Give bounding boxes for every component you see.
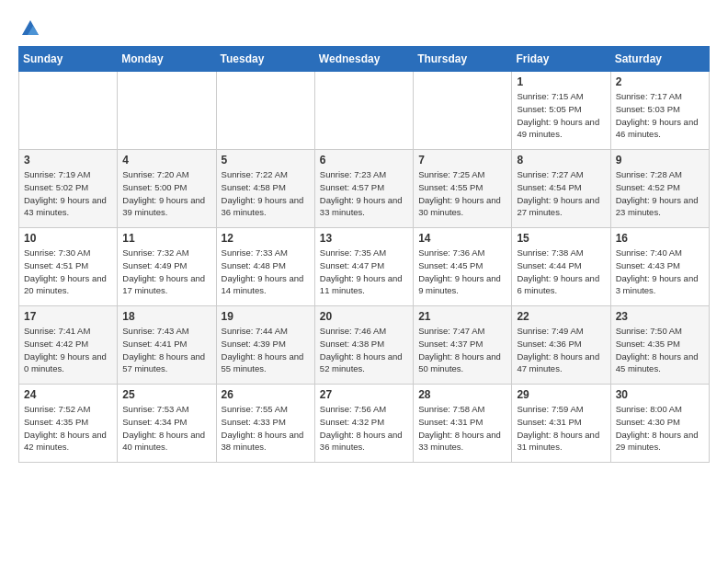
calendar-cell: 20Sunrise: 7:46 AM Sunset: 4:38 PM Dayli… <box>314 306 413 385</box>
calendar-cell <box>118 72 216 150</box>
calendar-cell: 9Sunrise: 7:28 AM Sunset: 4:52 PM Daylig… <box>610 150 709 228</box>
calendar-cell: 3Sunrise: 7:19 AM Sunset: 5:02 PM Daylig… <box>19 150 118 228</box>
day-info: Sunrise: 8:00 AM Sunset: 4:30 PM Dayligh… <box>616 403 704 454</box>
page: SundayMondayTuesdayWednesdayThursdayFrid… <box>0 0 728 472</box>
day-info: Sunrise: 7:47 AM Sunset: 4:37 PM Dayligh… <box>418 325 506 375</box>
calendar-cell: 6Sunrise: 7:23 AM Sunset: 4:57 PM Daylig… <box>314 150 413 228</box>
day-number: 16 <box>616 232 704 245</box>
calendar-cell <box>19 72 118 150</box>
logo <box>18 18 40 39</box>
day-number: 7 <box>418 154 506 167</box>
calendar-cell: 23Sunrise: 7:50 AM Sunset: 4:35 PM Dayli… <box>610 306 709 385</box>
day-number: 4 <box>122 154 210 167</box>
calendar-cell: 19Sunrise: 7:44 AM Sunset: 4:39 PM Dayli… <box>216 306 314 385</box>
day-info: Sunrise: 7:35 AM Sunset: 4:47 PM Dayligh… <box>320 247 408 297</box>
calendar-cell: 2Sunrise: 7:17 AM Sunset: 5:03 PM Daylig… <box>610 72 709 150</box>
week-row-2: 10Sunrise: 7:30 AM Sunset: 4:51 PM Dayli… <box>19 228 710 306</box>
calendar-cell: 4Sunrise: 7:20 AM Sunset: 5:00 PM Daylig… <box>118 150 216 228</box>
calendar-cell: 12Sunrise: 7:33 AM Sunset: 4:48 PM Dayli… <box>216 228 314 306</box>
weekday-header-thursday: Thursday <box>414 47 512 72</box>
day-number: 3 <box>24 154 112 167</box>
day-number: 25 <box>122 388 210 401</box>
day-number: 20 <box>320 310 408 323</box>
weekday-header-monday: Monday <box>118 47 216 72</box>
day-number: 2 <box>616 75 704 88</box>
week-row-0: 1Sunrise: 7:15 AM Sunset: 5:05 PM Daylig… <box>19 72 710 150</box>
day-info: Sunrise: 7:17 AM Sunset: 5:03 PM Dayligh… <box>616 90 704 141</box>
calendar-table: SundayMondayTuesdayWednesdayThursdayFrid… <box>18 46 710 463</box>
calendar-cell: 7Sunrise: 7:25 AM Sunset: 4:55 PM Daylig… <box>414 150 512 228</box>
day-info: Sunrise: 7:27 AM Sunset: 4:54 PM Dayligh… <box>517 168 605 219</box>
day-number: 11 <box>122 232 210 245</box>
day-info: Sunrise: 7:22 AM Sunset: 4:58 PM Dayligh… <box>222 168 310 219</box>
calendar-cell <box>414 72 512 150</box>
day-info: Sunrise: 7:41 AM Sunset: 4:42 PM Dayligh… <box>24 325 112 375</box>
header <box>18 18 710 39</box>
day-number: 8 <box>517 154 605 167</box>
day-number: 15 <box>517 232 605 245</box>
day-info: Sunrise: 7:43 AM Sunset: 4:41 PM Dayligh… <box>122 325 210 375</box>
calendar-cell: 28Sunrise: 7:58 AM Sunset: 4:31 PM Dayli… <box>414 385 512 463</box>
day-info: Sunrise: 7:19 AM Sunset: 5:02 PM Dayligh… <box>24 168 112 219</box>
calendar-cell: 25Sunrise: 7:53 AM Sunset: 4:34 PM Dayli… <box>118 385 216 463</box>
week-row-1: 3Sunrise: 7:19 AM Sunset: 5:02 PM Daylig… <box>19 150 710 228</box>
calendar-cell: 27Sunrise: 7:56 AM Sunset: 4:32 PM Dayli… <box>314 385 413 463</box>
calendar-cell: 1Sunrise: 7:15 AM Sunset: 5:05 PM Daylig… <box>512 72 610 150</box>
calendar-cell <box>216 72 314 150</box>
day-info: Sunrise: 7:40 AM Sunset: 4:43 PM Dayligh… <box>616 247 704 297</box>
calendar-cell: 24Sunrise: 7:52 AM Sunset: 4:35 PM Dayli… <box>19 385 118 463</box>
day-number: 5 <box>222 154 310 167</box>
day-info: Sunrise: 7:59 AM Sunset: 4:31 PM Dayligh… <box>517 403 605 454</box>
weekday-header-friday: Friday <box>512 47 610 72</box>
day-info: Sunrise: 7:44 AM Sunset: 4:39 PM Dayligh… <box>222 325 310 375</box>
day-info: Sunrise: 7:36 AM Sunset: 4:45 PM Dayligh… <box>418 247 506 297</box>
weekday-header-saturday: Saturday <box>610 47 709 72</box>
day-number: 28 <box>418 388 506 401</box>
weekday-header-row: SundayMondayTuesdayWednesdayThursdayFrid… <box>19 47 710 72</box>
calendar-cell: 15Sunrise: 7:38 AM Sunset: 4:44 PM Dayli… <box>512 228 610 306</box>
calendar-cell: 8Sunrise: 7:27 AM Sunset: 4:54 PM Daylig… <box>512 150 610 228</box>
day-number: 21 <box>418 310 506 323</box>
day-number: 9 <box>616 154 704 167</box>
day-info: Sunrise: 7:55 AM Sunset: 4:33 PM Dayligh… <box>222 403 310 454</box>
day-info: Sunrise: 7:46 AM Sunset: 4:38 PM Dayligh… <box>320 325 408 375</box>
day-info: Sunrise: 7:53 AM Sunset: 4:34 PM Dayligh… <box>122 403 210 454</box>
day-info: Sunrise: 7:25 AM Sunset: 4:55 PM Dayligh… <box>418 168 506 219</box>
day-info: Sunrise: 7:52 AM Sunset: 4:35 PM Dayligh… <box>24 403 112 454</box>
day-info: Sunrise: 7:50 AM Sunset: 4:35 PM Dayligh… <box>616 325 704 375</box>
day-info: Sunrise: 7:23 AM Sunset: 4:57 PM Dayligh… <box>320 168 408 219</box>
week-row-3: 17Sunrise: 7:41 AM Sunset: 4:42 PM Dayli… <box>19 306 710 385</box>
logo-icon <box>20 18 40 39</box>
calendar-cell: 17Sunrise: 7:41 AM Sunset: 4:42 PM Dayli… <box>19 306 118 385</box>
day-number: 10 <box>24 232 112 245</box>
weekday-header-sunday: Sunday <box>19 47 118 72</box>
day-info: Sunrise: 7:20 AM Sunset: 5:00 PM Dayligh… <box>122 168 210 219</box>
day-number: 27 <box>320 388 408 401</box>
day-number: 23 <box>616 310 704 323</box>
day-number: 26 <box>222 388 310 401</box>
day-info: Sunrise: 7:49 AM Sunset: 4:36 PM Dayligh… <box>517 325 605 375</box>
day-info: Sunrise: 7:33 AM Sunset: 4:48 PM Dayligh… <box>222 247 310 297</box>
calendar-cell: 21Sunrise: 7:47 AM Sunset: 4:37 PM Dayli… <box>414 306 512 385</box>
weekday-header-wednesday: Wednesday <box>314 47 413 72</box>
calendar-cell: 30Sunrise: 8:00 AM Sunset: 4:30 PM Dayli… <box>610 385 709 463</box>
calendar-cell: 22Sunrise: 7:49 AM Sunset: 4:36 PM Dayli… <box>512 306 610 385</box>
calendar-cell: 5Sunrise: 7:22 AM Sunset: 4:58 PM Daylig… <box>216 150 314 228</box>
day-number: 29 <box>517 388 605 401</box>
calendar-cell: 10Sunrise: 7:30 AM Sunset: 4:51 PM Dayli… <box>19 228 118 306</box>
day-number: 19 <box>222 310 310 323</box>
day-number: 22 <box>517 310 605 323</box>
calendar-cell <box>314 72 413 150</box>
day-number: 24 <box>24 388 112 401</box>
day-info: Sunrise: 7:28 AM Sunset: 4:52 PM Dayligh… <box>616 168 704 219</box>
week-row-4: 24Sunrise: 7:52 AM Sunset: 4:35 PM Dayli… <box>19 385 710 463</box>
calendar-cell: 14Sunrise: 7:36 AM Sunset: 4:45 PM Dayli… <box>414 228 512 306</box>
calendar-cell: 29Sunrise: 7:59 AM Sunset: 4:31 PM Dayli… <box>512 385 610 463</box>
calendar-cell: 13Sunrise: 7:35 AM Sunset: 4:47 PM Dayli… <box>314 228 413 306</box>
day-number: 18 <box>122 310 210 323</box>
day-number: 13 <box>320 232 408 245</box>
calendar-cell: 16Sunrise: 7:40 AM Sunset: 4:43 PM Dayli… <box>610 228 709 306</box>
weekday-header-tuesday: Tuesday <box>216 47 314 72</box>
calendar-cell: 26Sunrise: 7:55 AM Sunset: 4:33 PM Dayli… <box>216 385 314 463</box>
day-number: 6 <box>320 154 408 167</box>
